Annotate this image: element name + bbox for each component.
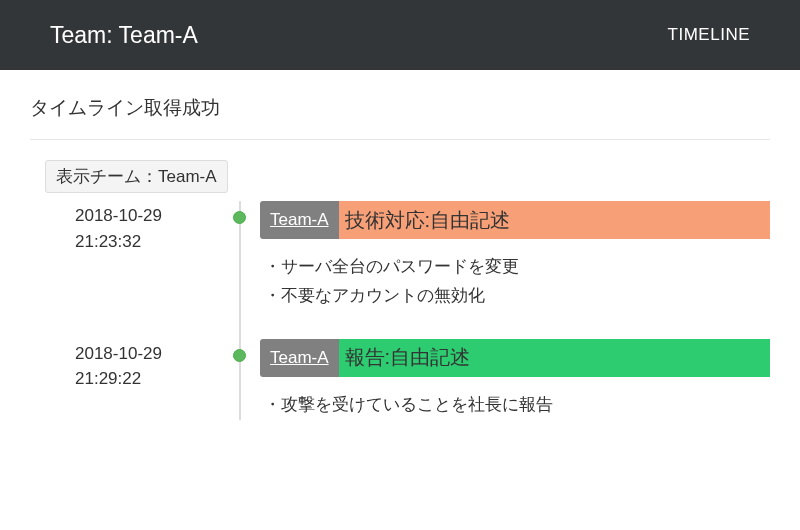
app-header: Team: Team-A TIMELINE: [0, 0, 800, 70]
entry-time: 21:23:32: [75, 229, 220, 255]
page-title: Team: Team-A: [50, 22, 198, 49]
nav-timeline[interactable]: TIMELINE: [668, 25, 750, 45]
status-message: タイムライン取得成功: [30, 95, 770, 121]
timeline-entry: 2018-10-29 21:23:32 Team-A 技術対応:自由記述 ・サー…: [30, 201, 770, 311]
timeline-dot-icon: [233, 211, 246, 224]
entry-team-link[interactable]: Team-A: [260, 201, 339, 239]
entry-timestamp: 2018-10-29 21:23:32: [30, 201, 220, 311]
entry-detail-line: ・攻撃を受けていることを社長に報告: [264, 391, 766, 420]
entry-detail-line: ・不要なアカウントの無効化: [264, 282, 766, 311]
entry-timestamp: 2018-10-29 21:29:22: [30, 339, 220, 420]
entry-body: Team-A 報告:自由記述 ・攻撃を受けていることを社長に報告: [260, 339, 770, 420]
entry-date: 2018-10-29: [75, 341, 220, 367]
entry-title: 技術対応:自由記述: [339, 201, 770, 239]
entry-title: 報告:自由記述: [339, 339, 770, 377]
timeline-dot-icon: [233, 349, 246, 362]
entry-header: Team-A 報告:自由記述: [260, 339, 770, 377]
divider: [30, 139, 770, 140]
entry-date: 2018-10-29: [75, 203, 220, 229]
timeline: 2018-10-29 21:23:32 Team-A 技術対応:自由記述 ・サー…: [30, 201, 770, 420]
entry-body: Team-A 技術対応:自由記述 ・サーバ全台のパスワードを変更 ・不要なアカウ…: [260, 201, 770, 311]
team-filter-badge[interactable]: 表示チーム：Team-A: [45, 160, 228, 193]
entry-time: 21:29:22: [75, 366, 220, 392]
timeline-entry: 2018-10-29 21:29:22 Team-A 報告:自由記述 ・攻撃を受…: [30, 339, 770, 420]
entry-details: ・サーバ全台のパスワードを変更 ・不要なアカウントの無効化: [260, 239, 770, 311]
entry-details: ・攻撃を受けていることを社長に報告: [260, 377, 770, 420]
main-content: タイムライン取得成功 表示チーム：Team-A 2018-10-29 21:23…: [0, 70, 800, 420]
entry-team-link[interactable]: Team-A: [260, 339, 339, 377]
entry-detail-line: ・サーバ全台のパスワードを変更: [264, 253, 766, 282]
entry-header: Team-A 技術対応:自由記述: [260, 201, 770, 239]
